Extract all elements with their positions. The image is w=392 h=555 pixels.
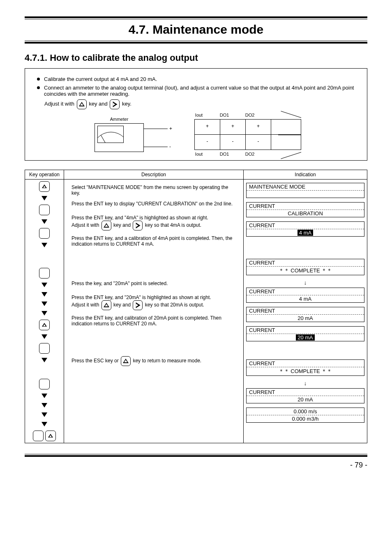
ent-key-icon [39, 228, 50, 239]
op-step-6: Press the ENT key, and "20mA" is highlig… [68, 292, 239, 313]
bullet-icon [37, 86, 40, 89]
lcd-measure: 0.000 m/s 0.000 m3/h [246, 408, 364, 423]
page-number: - 79 - [25, 461, 367, 470]
th-op: Description [64, 170, 243, 180]
esc-key-icon [33, 431, 44, 441]
op-step-4: Press the ENT key, and a calibration of … [68, 233, 239, 278]
down-arrow-icon [42, 292, 47, 297]
lcd-4ma: CURRENT 4 mA [246, 288, 364, 303]
terminal-bottom-labels: IoutDO1DO2 [186, 152, 301, 157]
down-arrow-icon [42, 394, 47, 398]
th-disp: Indication [244, 170, 367, 180]
lcd-calib: CURRENT CALIBRATION [246, 202, 364, 217]
up-key-icon [45, 431, 56, 441]
desc-line-2: Connect an ammeter to the analog output … [44, 85, 359, 97]
down-arrow-glyph: ↓ [245, 279, 365, 286]
top-rule-thick [25, 16, 367, 18]
ent-key-icon [39, 268, 50, 279]
right-key-icon [133, 300, 143, 310]
down-arrow-icon [42, 412, 47, 417]
ent-key-icon [39, 205, 50, 215]
page-title: 4.7. Maintenance mode [25, 23, 367, 37]
th-key: Key operation [25, 170, 64, 180]
ammeter-label: Ammeter [95, 117, 144, 122]
under-rule-thick [25, 42, 367, 44]
down-arrow-icon [42, 358, 47, 362]
up-key-icon [101, 221, 111, 230]
op-step-7: Press the ENT key, and calibration of 20… [68, 313, 239, 354]
op-step-2: Press the ENT key to display "CURRENT CA… [68, 198, 239, 212]
down-arrow-icon [42, 311, 47, 315]
section-heading: 4.7.1. How to calibrate the analog outpu… [25, 53, 367, 63]
under-rule-thin [25, 41, 367, 41]
footer-rule-thick [25, 455, 367, 457]
op-step-8: Press the ESC key or key to return to me… [68, 354, 239, 368]
down-arrow-icon [42, 422, 47, 426]
up-key-icon [77, 99, 87, 109]
right-key-icon [110, 99, 120, 109]
ent-key-icon [39, 343, 50, 354]
wiring-diagram: Ammeter + - IoutDO1DO2 + + + - [95, 117, 359, 152]
down-arrow-glyph: ↓ [245, 380, 365, 387]
down-arrow-icon [42, 219, 47, 224]
desc-line-1: Calibrate the current output at 4 mA and… [44, 76, 157, 82]
procedure-table: Key operation Description Select [25, 170, 367, 443]
down-arrow-icon [42, 196, 47, 200]
top-rule-thin [25, 19, 367, 19]
lcd-complete-20: CURRENT ＊＊ COMPLETE ＊＊ [246, 359, 364, 376]
terminal-block: + + + - - - [194, 119, 301, 150]
lcd-maint: MAINTENANCE MODE [246, 183, 364, 198]
op-step-1: Select "MAINTENANCE MODE" from the menu … [68, 182, 239, 198]
adjust-note: Adjust it with key and key. [44, 99, 359, 109]
right-key-icon [133, 221, 143, 230]
ammeter-icon [95, 123, 144, 152]
down-arrow-icon [42, 283, 47, 287]
down-arrow-icon [42, 334, 47, 339]
lcd-20ma-b: CURRENT 20 mA [246, 388, 364, 403]
lcd-20ma-inv: CURRENT 20 mA [246, 326, 364, 341]
plus-sign: + [169, 126, 172, 131]
bullet-icon [37, 78, 40, 81]
lcd-20ma: CURRENT 20 mA [246, 307, 364, 322]
lcd-complete-4: CURRENT ＊＊ COMPLETE ＊＊ [246, 259, 364, 275]
down-arrow-icon [42, 243, 47, 247]
op-step-3: Press the ENT key, and "4mA" is highligh… [68, 212, 239, 233]
ent-key-icon [39, 379, 50, 389]
up-key-icon [39, 320, 50, 330]
up-key-icon [101, 300, 111, 310]
up-key-icon [121, 356, 131, 366]
up-key-icon [39, 181, 50, 192]
down-arrow-icon [42, 302, 47, 306]
terminal-top-labels: IoutDO1DO2 [186, 113, 301, 117]
minus-sign: - [169, 144, 171, 150]
lcd-4ma-inv: CURRENT 4 mA [246, 221, 364, 237]
down-arrow-icon [42, 403, 47, 408]
op-step-5: Press the key, and "20mA" point is selec… [68, 278, 239, 292]
footer-rule-thin [25, 454, 367, 454]
description-box: Calibrate the current output at 4 mA and… [25, 68, 367, 161]
